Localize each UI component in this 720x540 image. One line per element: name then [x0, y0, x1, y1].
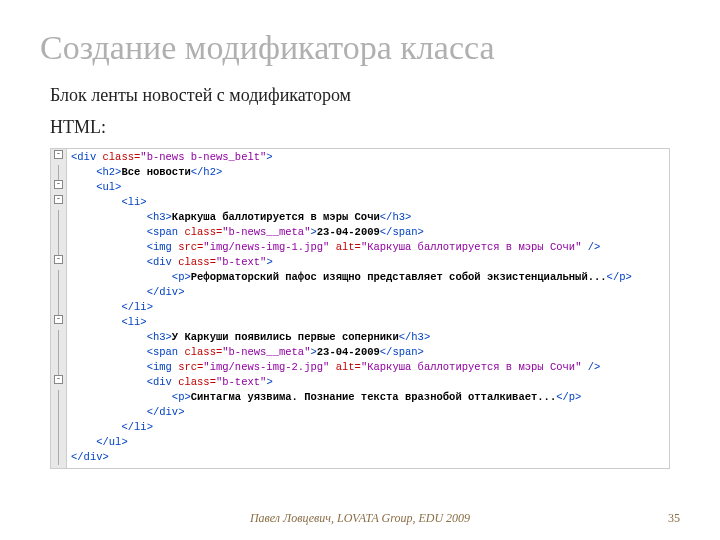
code-line: <h2>Все новости</h2> [71, 165, 632, 180]
code-line: <p>Синтагма уязвима. Познание текста вра… [71, 390, 632, 405]
fold-guide-line [58, 390, 59, 405]
code-line: </li> [71, 300, 632, 315]
code-fold-gutter: ------ [51, 149, 67, 468]
subtitle-line1: Блок ленты новостей с модификатором [0, 77, 720, 109]
fold-guide-line [58, 420, 59, 435]
code-line: <div class="b-text"> [71, 375, 632, 390]
fold-guide-line [58, 450, 59, 465]
fold-guide-line [58, 165, 59, 180]
fold-guide-line [58, 225, 59, 240]
code-line: <h3>Каркуша баллотируется в мэры Сочи</h… [71, 210, 632, 225]
fold-guide-line [58, 270, 59, 285]
code-line: </ul> [71, 435, 632, 450]
code-line: <span class="b-news__meta">23-04-2009</s… [71, 225, 632, 240]
fold-guide-line [58, 435, 59, 450]
code-line: <div class="b-text"> [71, 255, 632, 270]
fold-guide-line [58, 360, 59, 375]
code-line: <span class="b-news__meta">23-04-2009</s… [71, 345, 632, 360]
fold-toggle-icon[interactable]: - [54, 255, 63, 264]
code-line: </div> [71, 450, 632, 465]
code-line: </li> [71, 420, 632, 435]
code-line: <li> [71, 195, 632, 210]
fold-guide-line [58, 405, 59, 420]
fold-toggle-icon[interactable]: - [54, 150, 63, 159]
fold-guide-line [58, 300, 59, 315]
fold-guide-line [58, 240, 59, 255]
fold-toggle-icon[interactable]: - [54, 195, 63, 204]
footer-credit: Павел Ловцевич, LOVATA Group, EDU 2009 [0, 511, 720, 526]
code-line: </div> [71, 405, 632, 420]
code-line: <h3>У Каркуши появились первые соперники… [71, 330, 632, 345]
fold-guide-line [58, 330, 59, 345]
code-line: <img src="img/news-img-1.jpg" alt="Карку… [71, 240, 632, 255]
fold-toggle-icon[interactable]: - [54, 315, 63, 324]
subtitle-line2: HTML: [0, 109, 720, 141]
fold-toggle-icon[interactable]: - [54, 180, 63, 189]
code-line: <div class="b-news b-news_belt"> [71, 150, 632, 165]
fold-guide-line [58, 285, 59, 300]
code-line: <ul> [71, 180, 632, 195]
fold-guide-line [58, 210, 59, 225]
code-line: </div> [71, 285, 632, 300]
code-block: ------ <div class="b-news b-news_belt"> … [50, 148, 670, 469]
fold-guide-line [58, 345, 59, 360]
code-line: <img src="img/news-img-2.jpg" alt="Карку… [71, 360, 632, 375]
code-lines: <div class="b-news b-news_belt"> <h2>Все… [67, 149, 636, 468]
code-line: <p>Реформаторский пафос изящно представл… [71, 270, 632, 285]
fold-toggle-icon[interactable]: - [54, 375, 63, 384]
code-line: <li> [71, 315, 632, 330]
slide-title: Создание модификатора класса [0, 0, 720, 77]
page-number: 35 [668, 511, 680, 526]
